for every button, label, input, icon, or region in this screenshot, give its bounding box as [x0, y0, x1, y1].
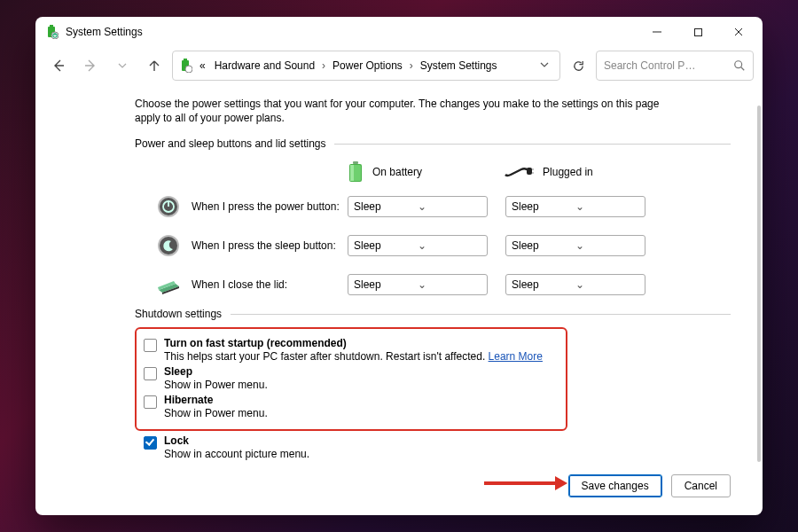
plug-icon [504, 166, 534, 178]
svg-rect-6 [694, 28, 701, 35]
close-button[interactable] [718, 19, 759, 45]
column-headers: On battery Plugged in [135, 157, 731, 187]
lock-checkbox[interactable] [144, 436, 157, 450]
sleep-desc: Show in Power menu. [164, 379, 268, 391]
intro-text: Choose the power settings that you want … [135, 97, 667, 125]
chevron-down-icon: ⌄ [418, 200, 481, 213]
plugged-in-header: Plugged in [504, 166, 593, 178]
chevron-down-icon: ⌄ [418, 278, 481, 291]
control-panel-window: System Settings « Hardware and Sound › P… [35, 17, 763, 515]
back-button[interactable] [44, 51, 73, 80]
chevron-down-icon: ⌄ [575, 239, 639, 252]
chevron-down-icon: ⌄ [418, 239, 481, 252]
up-button[interactable] [140, 51, 168, 80]
svg-point-11 [185, 66, 192, 73]
forward-button[interactable] [76, 51, 105, 80]
battery-icon [348, 161, 364, 183]
plugged-in-label: Plugged in [543, 166, 593, 178]
sleep-button-icon [156, 233, 181, 258]
svg-rect-1 [50, 25, 53, 27]
svg-rect-14 [353, 161, 358, 164]
sleep-button-battery-select[interactable]: Sleep⌄ [348, 235, 488, 256]
fast-startup-label: Turn on fast startup (recommended) [164, 337, 347, 349]
section-title: Shutdown settings [135, 308, 231, 320]
row-power-button: When I press the power button: Sleep⌄ Sl… [135, 187, 731, 226]
fast-startup-row: Turn on fast startup (recommended) This … [144, 337, 559, 363]
breadcrumb-system-settings[interactable]: System Settings [417, 58, 501, 74]
footer-buttons: Save changes Cancel [568, 474, 731, 497]
breadcrumb-hardware[interactable]: Hardware and Sound [211, 58, 318, 74]
breadcrumb-root[interactable]: « [196, 58, 209, 74]
row-sleep-button: When I press the sleep button: Sleep⌄ Sl… [135, 226, 731, 265]
address-bar[interactable]: « Hardware and Sound › Power Options › S… [172, 51, 560, 81]
svg-rect-17 [350, 165, 354, 181]
content-area: Choose the power settings that you want … [35, 84, 763, 515]
sleep-label: Sleep [164, 365, 192, 378]
highlight-box: Turn on fast startup (recommended) This … [135, 327, 567, 431]
save-changes-button[interactable]: Save changes [568, 474, 662, 497]
close-lid-icon [156, 272, 181, 297]
fast-startup-checkbox[interactable] [144, 339, 157, 352]
on-battery-header: On battery [348, 161, 422, 183]
chevron-down-icon: ⌄ [575, 278, 639, 291]
chevron-right-icon: › [320, 59, 327, 72]
navbar: « Hardware and Sound › Power Options › S… [35, 47, 763, 84]
hibernate-checkbox[interactable] [144, 395, 157, 409]
lock-desc: Show in account picture menu. [164, 448, 309, 460]
hibernate-label: Hibernate [164, 394, 213, 406]
refresh-button[interactable] [564, 51, 592, 80]
power-options-appicon [178, 59, 192, 73]
sleep-button-plugged-select[interactable]: Sleep⌄ [505, 235, 645, 256]
power-button-plugged-select[interactable]: Sleep⌄ [505, 196, 645, 217]
svg-rect-10 [184, 59, 187, 60]
row-close-lid: When I close the lid: Sleep⌄ Sleep⌄ [135, 265, 731, 304]
hibernate-row: Hibernate Show in Power menu. [144, 394, 559, 419]
learn-more-link[interactable]: Learn More [489, 350, 543, 363]
minimize-button[interactable] [637, 19, 677, 45]
search-icon [733, 59, 746, 72]
sleep-row: Sleep Show in Power menu. [144, 365, 559, 391]
lock-row: Lock Show in account picture menu. [144, 434, 731, 460]
close-lid-label: When I close the lid: [192, 278, 348, 291]
chevron-down-icon: ⌄ [575, 200, 639, 213]
annotation-arrow [484, 476, 567, 490]
lid-plugged-select[interactable]: Sleep⌄ [505, 274, 645, 295]
maximize-button[interactable] [677, 19, 718, 45]
search-input[interactable]: Search Control P… [596, 51, 754, 81]
section-power-sleep-lid: Power and sleep buttons and lid settings [135, 137, 731, 150]
lid-battery-select[interactable]: Sleep⌄ [348, 274, 488, 295]
section-shutdown: Shutdown settings [135, 308, 731, 320]
window-title: System Settings [66, 26, 143, 38]
recent-locations-dropdown[interactable] [108, 51, 137, 80]
svg-rect-18 [527, 168, 532, 175]
sleep-button-label: When I press the sleep button: [192, 239, 348, 252]
chevron-right-icon: › [408, 59, 415, 72]
power-button-icon [156, 194, 181, 219]
cancel-button[interactable]: Cancel [671, 474, 731, 497]
address-dropdown[interactable] [535, 59, 554, 72]
on-battery-label: On battery [372, 166, 422, 178]
svg-line-13 [741, 67, 745, 71]
lock-label: Lock [164, 434, 189, 447]
titlebar: System Settings [35, 17, 763, 47]
breadcrumb-power-options[interactable]: Power Options [329, 58, 406, 74]
svg-point-12 [735, 61, 742, 68]
power-button-label: When I press the power button: [192, 200, 348, 213]
search-placeholder: Search Control P… [604, 59, 733, 72]
sleep-checkbox[interactable] [144, 367, 157, 380]
vertical-scrollbar[interactable] [757, 106, 761, 462]
section-title: Power and sleep buttons and lid settings [135, 137, 334, 150]
fast-startup-desc: This helps start your PC faster after sh… [164, 350, 489, 363]
power-options-appicon [44, 25, 59, 39]
hibernate-desc: Show in Power menu. [164, 407, 268, 419]
power-button-battery-select[interactable]: Sleep⌄ [348, 196, 488, 217]
